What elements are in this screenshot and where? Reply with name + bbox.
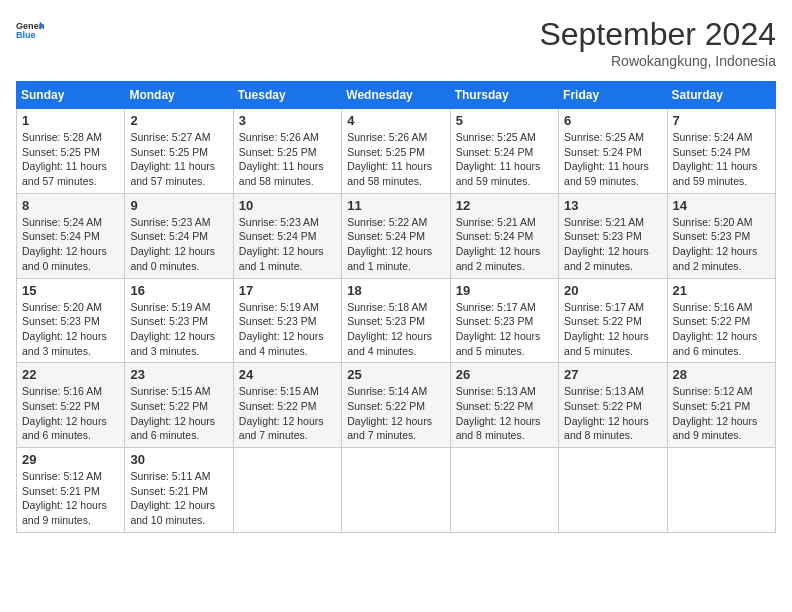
table-row: 13 Sunrise: 5:21 AMSunset: 5:23 PMDaylig… (559, 193, 667, 278)
col-friday: Friday (559, 82, 667, 109)
cell-content: Sunrise: 5:16 AMSunset: 5:22 PMDaylight:… (673, 301, 758, 357)
logo: General Blue (16, 16, 44, 44)
table-row: 24 Sunrise: 5:15 AMSunset: 5:22 PMDaylig… (233, 363, 341, 448)
day-number: 10 (239, 198, 336, 213)
table-row (667, 448, 775, 533)
day-number: 21 (673, 283, 770, 298)
table-row: 26 Sunrise: 5:13 AMSunset: 5:22 PMDaylig… (450, 363, 558, 448)
day-number: 4 (347, 113, 444, 128)
day-number: 26 (456, 367, 553, 382)
table-row: 2 Sunrise: 5:27 AMSunset: 5:25 PMDayligh… (125, 109, 233, 194)
day-number: 19 (456, 283, 553, 298)
day-number: 27 (564, 367, 661, 382)
month-title: September 2024 (539, 16, 776, 53)
table-row: 29 Sunrise: 5:12 AMSunset: 5:21 PMDaylig… (17, 448, 125, 533)
table-row: 20 Sunrise: 5:17 AMSunset: 5:22 PMDaylig… (559, 278, 667, 363)
cell-content: Sunrise: 5:24 AMSunset: 5:24 PMDaylight:… (673, 131, 758, 187)
day-number: 5 (456, 113, 553, 128)
day-number: 1 (22, 113, 119, 128)
table-row (450, 448, 558, 533)
cell-content: Sunrise: 5:13 AMSunset: 5:22 PMDaylight:… (564, 385, 649, 441)
day-number: 30 (130, 452, 227, 467)
day-number: 8 (22, 198, 119, 213)
cell-content: Sunrise: 5:25 AMSunset: 5:24 PMDaylight:… (564, 131, 649, 187)
calendar-week-row: 1 Sunrise: 5:28 AMSunset: 5:25 PMDayligh… (17, 109, 776, 194)
cell-content: Sunrise: 5:16 AMSunset: 5:22 PMDaylight:… (22, 385, 107, 441)
day-number: 14 (673, 198, 770, 213)
day-number: 25 (347, 367, 444, 382)
day-number: 17 (239, 283, 336, 298)
cell-content: Sunrise: 5:14 AMSunset: 5:22 PMDaylight:… (347, 385, 432, 441)
table-row: 19 Sunrise: 5:17 AMSunset: 5:23 PMDaylig… (450, 278, 558, 363)
table-row: 11 Sunrise: 5:22 AMSunset: 5:24 PMDaylig… (342, 193, 450, 278)
table-row: 7 Sunrise: 5:24 AMSunset: 5:24 PMDayligh… (667, 109, 775, 194)
table-row (342, 448, 450, 533)
calendar-header-row: Sunday Monday Tuesday Wednesday Thursday… (17, 82, 776, 109)
table-row (233, 448, 341, 533)
table-row: 25 Sunrise: 5:14 AMSunset: 5:22 PMDaylig… (342, 363, 450, 448)
table-row: 17 Sunrise: 5:19 AMSunset: 5:23 PMDaylig… (233, 278, 341, 363)
col-saturday: Saturday (667, 82, 775, 109)
cell-content: Sunrise: 5:13 AMSunset: 5:22 PMDaylight:… (456, 385, 541, 441)
cell-content: Sunrise: 5:11 AMSunset: 5:21 PMDaylight:… (130, 470, 215, 526)
page-header: General Blue September 2024 Rowokangkung… (16, 16, 776, 69)
cell-content: Sunrise: 5:19 AMSunset: 5:23 PMDaylight:… (239, 301, 324, 357)
day-number: 28 (673, 367, 770, 382)
table-row: 18 Sunrise: 5:18 AMSunset: 5:23 PMDaylig… (342, 278, 450, 363)
table-row: 5 Sunrise: 5:25 AMSunset: 5:24 PMDayligh… (450, 109, 558, 194)
table-row: 15 Sunrise: 5:20 AMSunset: 5:23 PMDaylig… (17, 278, 125, 363)
cell-content: Sunrise: 5:15 AMSunset: 5:22 PMDaylight:… (239, 385, 324, 441)
table-row: 30 Sunrise: 5:11 AMSunset: 5:21 PMDaylig… (125, 448, 233, 533)
cell-content: Sunrise: 5:12 AMSunset: 5:21 PMDaylight:… (673, 385, 758, 441)
cell-content: Sunrise: 5:28 AMSunset: 5:25 PMDaylight:… (22, 131, 107, 187)
table-row: 8 Sunrise: 5:24 AMSunset: 5:24 PMDayligh… (17, 193, 125, 278)
table-row: 16 Sunrise: 5:19 AMSunset: 5:23 PMDaylig… (125, 278, 233, 363)
col-sunday: Sunday (17, 82, 125, 109)
table-row: 4 Sunrise: 5:26 AMSunset: 5:25 PMDayligh… (342, 109, 450, 194)
cell-content: Sunrise: 5:20 AMSunset: 5:23 PMDaylight:… (673, 216, 758, 272)
cell-content: Sunrise: 5:20 AMSunset: 5:23 PMDaylight:… (22, 301, 107, 357)
calendar-week-row: 8 Sunrise: 5:24 AMSunset: 5:24 PMDayligh… (17, 193, 776, 278)
day-number: 15 (22, 283, 119, 298)
cell-content: Sunrise: 5:21 AMSunset: 5:23 PMDaylight:… (564, 216, 649, 272)
day-number: 9 (130, 198, 227, 213)
table-row (559, 448, 667, 533)
cell-content: Sunrise: 5:27 AMSunset: 5:25 PMDaylight:… (130, 131, 215, 187)
calendar-week-row: 15 Sunrise: 5:20 AMSunset: 5:23 PMDaylig… (17, 278, 776, 363)
calendar-week-row: 22 Sunrise: 5:16 AMSunset: 5:22 PMDaylig… (17, 363, 776, 448)
day-number: 16 (130, 283, 227, 298)
table-row: 28 Sunrise: 5:12 AMSunset: 5:21 PMDaylig… (667, 363, 775, 448)
cell-content: Sunrise: 5:25 AMSunset: 5:24 PMDaylight:… (456, 131, 541, 187)
cell-content: Sunrise: 5:26 AMSunset: 5:25 PMDaylight:… (347, 131, 432, 187)
day-number: 3 (239, 113, 336, 128)
day-number: 7 (673, 113, 770, 128)
title-block: September 2024 Rowokangkung, Indonesia (539, 16, 776, 69)
table-row: 12 Sunrise: 5:21 AMSunset: 5:24 PMDaylig… (450, 193, 558, 278)
col-wednesday: Wednesday (342, 82, 450, 109)
day-number: 20 (564, 283, 661, 298)
day-number: 6 (564, 113, 661, 128)
day-number: 22 (22, 367, 119, 382)
cell-content: Sunrise: 5:15 AMSunset: 5:22 PMDaylight:… (130, 385, 215, 441)
day-number: 12 (456, 198, 553, 213)
table-row: 9 Sunrise: 5:23 AMSunset: 5:24 PMDayligh… (125, 193, 233, 278)
svg-text:Blue: Blue (16, 30, 36, 40)
table-row: 6 Sunrise: 5:25 AMSunset: 5:24 PMDayligh… (559, 109, 667, 194)
cell-content: Sunrise: 5:19 AMSunset: 5:23 PMDaylight:… (130, 301, 215, 357)
cell-content: Sunrise: 5:18 AMSunset: 5:23 PMDaylight:… (347, 301, 432, 357)
day-number: 2 (130, 113, 227, 128)
cell-content: Sunrise: 5:12 AMSunset: 5:21 PMDaylight:… (22, 470, 107, 526)
col-monday: Monday (125, 82, 233, 109)
table-row: 10 Sunrise: 5:23 AMSunset: 5:24 PMDaylig… (233, 193, 341, 278)
cell-content: Sunrise: 5:23 AMSunset: 5:24 PMDaylight:… (130, 216, 215, 272)
calendar-week-row: 29 Sunrise: 5:12 AMSunset: 5:21 PMDaylig… (17, 448, 776, 533)
day-number: 18 (347, 283, 444, 298)
table-row: 1 Sunrise: 5:28 AMSunset: 5:25 PMDayligh… (17, 109, 125, 194)
logo-icon: General Blue (16, 16, 44, 44)
col-thursday: Thursday (450, 82, 558, 109)
table-row: 27 Sunrise: 5:13 AMSunset: 5:22 PMDaylig… (559, 363, 667, 448)
table-row: 14 Sunrise: 5:20 AMSunset: 5:23 PMDaylig… (667, 193, 775, 278)
table-row: 22 Sunrise: 5:16 AMSunset: 5:22 PMDaylig… (17, 363, 125, 448)
table-row: 3 Sunrise: 5:26 AMSunset: 5:25 PMDayligh… (233, 109, 341, 194)
col-tuesday: Tuesday (233, 82, 341, 109)
